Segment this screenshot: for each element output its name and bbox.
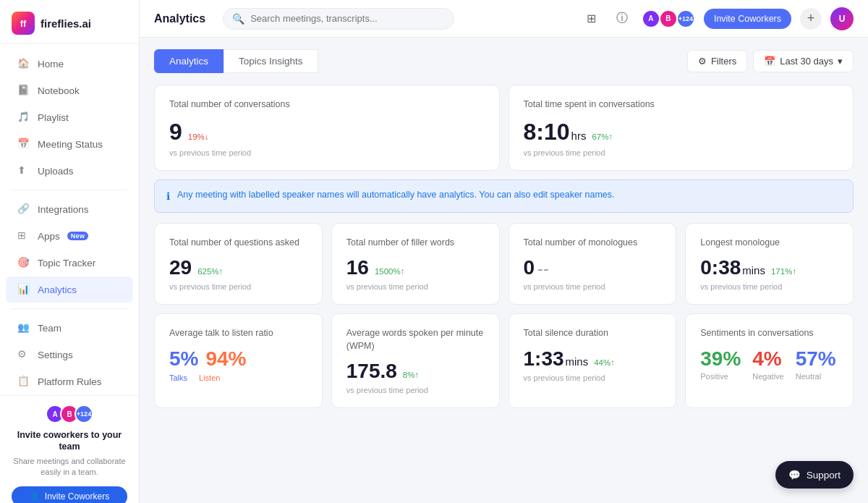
filters-label: Filters — [711, 56, 736, 67]
stat-change-silence: 44%↑ — [594, 358, 615, 367]
sidebar-item-integrations[interactable]: 🔗 Integrations — [6, 196, 133, 222]
sidebar-item-label-integrations: Integrations — [38, 204, 89, 215]
stat-change-filler: 1500%↑ — [375, 267, 405, 276]
search-input[interactable] — [250, 13, 445, 24]
stat-value-row-longest: 0:38 mins 171%↑ — [700, 256, 838, 279]
stat-value-filler: 16 — [346, 256, 369, 279]
sidebar-item-label-meeting-status: Meeting Status — [38, 139, 103, 150]
tab-bar: Analytics Topics Insights ⚙ Filters 📅 La… — [154, 49, 854, 73]
sidebar-item-notebook[interactable]: 📓 Notebook — [6, 77, 133, 103]
stat-change-questions: 625%↑ — [197, 267, 223, 276]
invite-topbar-btn-label: Invite Coworkers — [714, 14, 781, 24]
sidebar-item-label-settings: Settings — [38, 350, 73, 360]
date-range-button[interactable]: 📅 Last 30 days ▾ — [753, 50, 854, 72]
tab-analytics[interactable]: Analytics — [154, 49, 224, 73]
talks-value: 5% — [169, 347, 198, 371]
add-icon-button[interactable]: + — [800, 8, 822, 30]
content-area: Analytics Topics Insights ⚙ Filters 📅 La… — [140, 38, 868, 503]
calendar-icon: 📅 — [764, 56, 775, 67]
stat-unit-time: hrs — [571, 130, 587, 142]
stat-change-conversations-value: 19% — [188, 132, 205, 141]
stat-card-longest-monologue: Longest monologue 0:38 mins 171%↑ vs pre… — [685, 223, 854, 305]
stat-value-row-time: 8:10 hrs 67%↑ — [524, 119, 839, 145]
talk-listen-values: 5% 94% — [169, 347, 307, 371]
sidebar-nav: 🏠 Home 📓 Notebook 🎵 Playlist 📅 Meeting S… — [0, 44, 139, 395]
stat-value-row-filler: 16 1500%↑ — [346, 256, 485, 279]
sidebar-item-platform-rules[interactable]: 📋 Platform Rules — [6, 368, 133, 394]
search-bar[interactable]: 🔍 — [223, 8, 454, 30]
talk-listen-labels: Talks Listen — [169, 373, 307, 382]
sentiments-values: 39% Positive 4% Negative 57% Neutral — [700, 347, 838, 381]
info-banner: ℹ Any meeting with labelled speaker name… — [154, 179, 854, 213]
stat-label-monologues: Total number of monologues — [524, 237, 662, 250]
topic-tracker-icon: 🎯 — [17, 256, 30, 269]
support-button[interactable]: 💬 Support — [775, 461, 854, 489]
invite-sidebar-description: Share meetings and collaborate easily in… — [12, 456, 127, 478]
user-avatar[interactable]: U — [830, 7, 854, 30]
sidebar-item-settings[interactable]: ⚙ Settings — [6, 342, 133, 368]
stat-value-silence: 1:33 — [524, 347, 564, 371]
invite-coworkers-sidebar-button[interactable]: 👤 Invite Coworkers — [12, 486, 127, 503]
listen-label: Listen — [199, 373, 220, 382]
invite-coworkers-topbar-button[interactable]: Invite Coworkers — [704, 9, 791, 29]
invite-sidebar-btn-label: Invite Coworkers — [45, 491, 109, 502]
stat-label-silence: Total silence duration — [524, 327, 662, 340]
sidebar: ff fireflies.ai 🏠 Home 📓 Notebook 🎵 Play… — [0, 0, 140, 503]
app-logo-icon: ff — [12, 12, 35, 35]
tab-topics-insights[interactable]: Topics Insights — [224, 49, 318, 73]
stat-label-total-time: Total time spent in conversations — [524, 98, 839, 111]
stat-label-sentiments: Sentiments in conversations — [700, 327, 838, 340]
sidebar-item-team[interactable]: 👥 Team — [6, 315, 133, 341]
sidebar-item-label-home: Home — [38, 59, 64, 69]
neutral-label: Neutral — [796, 372, 836, 381]
sidebar-item-playlist[interactable]: 🎵 Playlist — [6, 104, 133, 130]
stat-change-longest-value: 171% — [771, 267, 792, 276]
negative-value: 4% — [752, 347, 783, 371]
stat-value-longest: 0:38 — [700, 256, 741, 279]
main-content: Analytics 🔍 ⊞ ⓘ A B +124 Invite Coworker… — [140, 0, 868, 503]
sidebar-item-analytics[interactable]: 📊 Analytics — [6, 276, 133, 303]
stat-value-row-wpm: 175.8 8%↑ — [346, 360, 485, 383]
topbar-avatar-1: A — [642, 9, 660, 28]
help-icon-button[interactable]: ⓘ — [611, 8, 633, 30]
notebook-icon: 📓 — [17, 84, 30, 97]
stat-vs-monologues: vs previous time period — [524, 282, 662, 291]
stat-card-filler-words: Total number of filler words 16 1500%↑ v… — [331, 223, 500, 305]
positive-value: 39% — [700, 347, 741, 371]
topbar-icons: ⊞ ⓘ A B +124 Invite Coworkers + U — [581, 7, 854, 30]
sidebar-item-apps[interactable]: ⊞ Apps New — [6, 223, 133, 249]
stat-change-time: 67%↑ — [592, 132, 613, 141]
stat-card-monologues: Total number of monologues 0 -- vs previ… — [509, 223, 677, 305]
top-stats-row: Total number of conversations 9 19%↓ vs … — [154, 85, 854, 171]
sidebar-item-label-uploads: Uploads — [38, 166, 74, 177]
topbar-avatar-count: +124 — [676, 9, 695, 28]
positive-label: Positive — [700, 372, 741, 381]
stat-label-talk-listen: Average talk to listen ratio — [169, 327, 307, 340]
stat-vs-silence: vs previous time period — [524, 373, 662, 382]
meeting-status-icon: 📅 — [17, 138, 30, 151]
invite-person-icon: 👤 — [30, 491, 41, 502]
sidebar-item-topic-tracker[interactable]: 🎯 Topic Tracker — [6, 250, 133, 276]
sidebar-item-uploads[interactable]: ⬆ Uploads — [6, 158, 133, 184]
sidebar-item-meeting-status[interactable]: 📅 Meeting Status — [6, 131, 133, 157]
platform-rules-icon: 📋 — [17, 375, 30, 388]
sidebar-item-label-notebook: Notebook — [38, 85, 80, 96]
avatar-stack: A B +124 — [46, 405, 93, 423]
grid-icon-button[interactable]: ⊞ — [581, 8, 603, 30]
stat-change-filler-value: 1500% — [375, 267, 401, 276]
sidebar-item-home[interactable]: 🏠 Home — [6, 51, 133, 77]
filter-icon: ⚙ — [698, 56, 707, 67]
stat-label-filler: Total number of filler words — [346, 237, 485, 250]
stat-label-questions: Total number of questions asked — [169, 237, 307, 250]
page-title: Analytics — [154, 12, 205, 25]
sentiment-positive: 39% Positive — [700, 347, 741, 381]
stat-value-row-silence: 1:33 mins 44%↑ — [524, 347, 662, 371]
stat-unit-silence: mins — [566, 355, 589, 368]
stat-vs-wpm: vs previous time period — [346, 386, 485, 394]
stat-value-wpm: 175.8 — [346, 360, 397, 383]
stat-value-row-questions: 29 625%↑ — [169, 256, 307, 279]
settings-icon: ⚙ — [17, 348, 30, 361]
sentiment-negative: 4% Negative — [752, 347, 783, 381]
filters-button[interactable]: ⚙ Filters — [687, 50, 747, 72]
sidebar-item-label-playlist: Playlist — [38, 112, 69, 123]
